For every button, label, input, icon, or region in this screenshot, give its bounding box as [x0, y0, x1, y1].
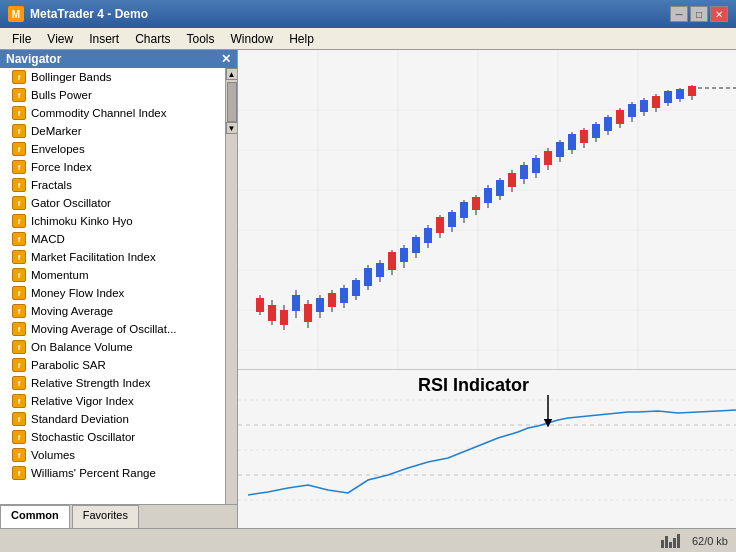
- indicator-icon: f: [12, 412, 26, 426]
- menu-bar: File View Insert Charts Tools Window Hel…: [0, 28, 736, 50]
- list-item[interactable]: fMarket Facilitation Index: [0, 248, 225, 266]
- indicator-icon: f: [12, 250, 26, 264]
- navigator-close-button[interactable]: ✕: [221, 52, 231, 66]
- menu-tools[interactable]: Tools: [179, 30, 223, 48]
- list-item[interactable]: fStochastic Oscillator: [0, 428, 225, 446]
- svg-rect-67: [532, 158, 540, 173]
- list-item[interactable]: fMACD: [0, 230, 225, 248]
- svg-rect-49: [424, 228, 432, 243]
- list-item[interactable]: fParabolic SAR: [0, 356, 225, 374]
- indicator-icon: f: [12, 142, 26, 156]
- svg-rect-14: [238, 370, 736, 528]
- close-button[interactable]: ✕: [710, 6, 728, 22]
- window-controls: ─ □ ✕: [670, 6, 728, 22]
- navigator-tabs: Common Favorites: [0, 504, 237, 528]
- indicator-icon: f: [12, 160, 26, 174]
- indicator-icon: f: [12, 178, 26, 192]
- list-item[interactable]: fMoving Average: [0, 302, 225, 320]
- list-item[interactable]: fMoney Flow Index: [0, 284, 225, 302]
- list-item[interactable]: fVolumes: [0, 446, 225, 464]
- minimize-button[interactable]: ─: [670, 6, 688, 22]
- menu-view[interactable]: View: [39, 30, 81, 48]
- svg-rect-73: [568, 134, 576, 150]
- menu-file[interactable]: File: [4, 30, 39, 48]
- indicator-icon: f: [12, 106, 26, 120]
- svg-rect-89: [664, 91, 672, 103]
- list-item[interactable]: fCommodity Channel Index: [0, 104, 225, 122]
- svg-rect-75: [580, 130, 588, 143]
- chart-svg: [238, 50, 736, 528]
- svg-rect-23: [268, 305, 276, 321]
- navigator-title: Navigator: [6, 52, 61, 66]
- indicator-icon: f: [12, 268, 26, 282]
- indicator-icon: f: [12, 430, 26, 444]
- indicator-icon: f: [12, 196, 26, 210]
- list-item[interactable]: fBulls Power: [0, 86, 225, 104]
- svg-rect-57: [472, 197, 480, 210]
- svg-rect-93: [688, 86, 696, 96]
- svg-rect-41: [376, 263, 384, 277]
- tab-common[interactable]: Common: [0, 505, 70, 528]
- svg-rect-33: [328, 293, 336, 307]
- window-title: MetaTrader 4 - Demo: [30, 7, 148, 21]
- svg-rect-81: [616, 110, 624, 124]
- svg-rect-65: [520, 165, 528, 179]
- navigator-panel: Navigator ✕ fBollinger Bands fBulls Powe…: [0, 50, 238, 528]
- svg-rect-31: [316, 298, 324, 312]
- list-item[interactable]: fBollinger Bands: [0, 68, 225, 86]
- svg-rect-51: [436, 217, 444, 233]
- scroll-thumb[interactable]: [227, 82, 237, 122]
- menu-window[interactable]: Window: [223, 30, 282, 48]
- list-item[interactable]: fMoving Average of Oscillat...: [0, 320, 225, 338]
- scroll-up-button[interactable]: ▲: [226, 68, 238, 80]
- menu-charts[interactable]: Charts: [127, 30, 178, 48]
- indicator-icon: f: [12, 232, 26, 246]
- list-item[interactable]: fEnvelopes: [0, 140, 225, 158]
- indicator-icon: f: [12, 394, 26, 408]
- indicator-icon: f: [12, 448, 26, 462]
- status-size: 62/0 kb: [692, 535, 728, 547]
- svg-rect-27: [292, 295, 300, 311]
- svg-rect-91: [676, 89, 684, 99]
- indicator-icon: f: [12, 466, 26, 480]
- menu-help[interactable]: Help: [281, 30, 322, 48]
- list-item[interactable]: fIchimoku Kinko Hyo: [0, 212, 225, 230]
- navigator-header: Navigator ✕: [0, 50, 237, 68]
- svg-rect-83: [628, 104, 636, 117]
- menu-insert[interactable]: Insert: [81, 30, 127, 48]
- svg-rect-45: [400, 248, 408, 262]
- list-item[interactable]: fWilliams' Percent Range: [0, 464, 225, 482]
- svg-rect-85: [640, 100, 648, 112]
- maximize-button[interactable]: □: [690, 6, 708, 22]
- indicator-icon: f: [12, 340, 26, 354]
- list-item[interactable]: fOn Balance Volume: [0, 338, 225, 356]
- indicator-icon: f: [12, 124, 26, 138]
- chart-area[interactable]: RSI Indicator: [238, 50, 736, 528]
- scroll-down-button[interactable]: ▼: [226, 122, 238, 134]
- list-item[interactable]: fForce Index: [0, 158, 225, 176]
- list-item[interactable]: fMomentum: [0, 266, 225, 284]
- svg-rect-25: [280, 310, 288, 325]
- indicator-icon: f: [12, 214, 26, 228]
- list-item[interactable]: fFractals: [0, 176, 225, 194]
- navigator-scrollbar[interactable]: ▲ ▼: [225, 68, 237, 504]
- indicator-icon: f: [12, 358, 26, 372]
- svg-rect-35: [340, 288, 348, 303]
- tab-favorites[interactable]: Favorites: [72, 505, 139, 528]
- svg-rect-21: [256, 298, 264, 312]
- list-item[interactable]: fStandard Deviation: [0, 410, 225, 428]
- list-item[interactable]: fRelative Vigor Index: [0, 392, 225, 410]
- list-item[interactable]: fGator Oscillator: [0, 194, 225, 212]
- svg-rect-77: [592, 124, 600, 138]
- title-bar: M MetaTrader 4 - Demo ─ □ ✕: [0, 0, 736, 28]
- svg-rect-71: [556, 142, 564, 157]
- svg-rect-37: [352, 280, 360, 296]
- svg-rect-53: [448, 212, 456, 227]
- indicator-icon: f: [12, 376, 26, 390]
- list-item[interactable]: fDeMarker: [0, 122, 225, 140]
- list-item[interactable]: fRelative Strength Index: [0, 374, 225, 392]
- indicator-icon: f: [12, 304, 26, 318]
- status-bar: 62/0 kb: [0, 528, 736, 552]
- app-icon: M: [8, 6, 24, 22]
- svg-rect-69: [544, 151, 552, 165]
